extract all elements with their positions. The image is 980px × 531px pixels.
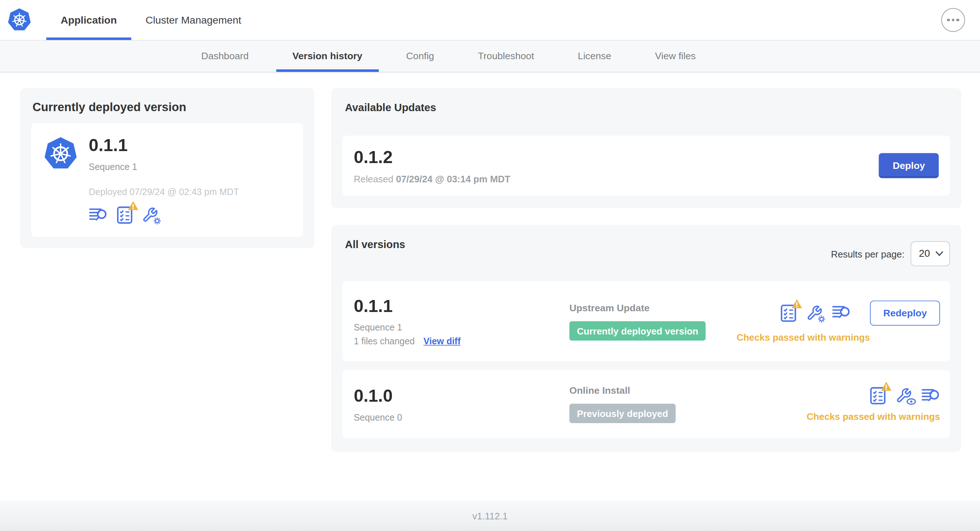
deployed-timestamp: Deployed 07/29/24 @ 02:43 pm MDT <box>89 187 239 197</box>
tab-troubleshoot[interactable]: Troubleshoot <box>462 41 550 72</box>
diff-icon[interactable] <box>832 304 851 321</box>
console-version: v1.112.1 <box>472 511 508 521</box>
status-badge: Previously deployed <box>570 404 676 423</box>
row-sequence: Sequence 0 <box>354 412 570 422</box>
view-config-icon[interactable] <box>896 388 912 404</box>
tab-license[interactable]: License <box>562 41 627 72</box>
row-version: 0.1.0 <box>354 386 570 406</box>
ellipsis-icon[interactable] <box>941 8 965 32</box>
row-version: 0.1.1 <box>354 296 570 316</box>
version-row: 0.1.1 Sequence 1 1 files changed View di… <box>342 281 950 361</box>
available-updates-title: Available Updates <box>345 102 950 114</box>
top-nav-tabs: Application Cluster Management <box>46 0 255 40</box>
version-source: Online Install <box>570 385 807 396</box>
preflight-status: Checks passed with warnings <box>807 411 940 422</box>
edit-config-icon[interactable] <box>142 207 158 223</box>
tab-cluster-management[interactable]: Cluster Management <box>131 0 256 40</box>
warning-triangle-icon <box>127 200 139 211</box>
available-update-card: 0.1.2 Released 07/29/24 @ 03:14 pm MDT D… <box>342 135 950 196</box>
currently-deployed-title: Currently deployed version <box>32 100 303 114</box>
edit-config-icon[interactable] <box>807 305 823 321</box>
top-nav-spacer <box>256 0 942 40</box>
deploy-button[interactable]: Deploy <box>879 153 939 178</box>
tab-application[interactable]: Application <box>46 0 131 40</box>
main-content: Currently deployed version <box>0 73 980 452</box>
status-badge: Currently deployed version <box>570 321 706 340</box>
all-versions-section: All versions Results per page: 20 <box>331 225 961 452</box>
gear-icon <box>153 217 161 225</box>
warning-triangle-icon <box>791 299 803 309</box>
page: Application Cluster Management Dashboard… <box>0 0 980 531</box>
kubernetes-app-icon <box>44 135 77 172</box>
diff-icon[interactable] <box>89 207 108 223</box>
chevron-down-icon <box>936 251 943 256</box>
footer: v1.112.1 <box>0 501 980 531</box>
warning-triangle-icon <box>880 382 892 391</box>
results-per-page-select[interactable]: 20 <box>911 241 950 266</box>
currently-deployed-card: 0.1.1 Sequence 1 Deployed 07/29/24 @ 02:… <box>31 123 303 237</box>
tab-version-history[interactable]: Version history <box>276 41 379 72</box>
version-source: Upstream Update <box>570 302 737 313</box>
tab-view-files[interactable]: View files <box>639 41 712 72</box>
tab-config[interactable]: Config <box>390 41 450 72</box>
redeploy-button[interactable]: Redeploy <box>870 300 940 326</box>
top-nav: Application Cluster Management <box>0 0 980 41</box>
tab-dashboard[interactable]: Dashboard <box>185 41 265 72</box>
sub-nav: Dashboard Version history Config Trouble… <box>0 41 980 73</box>
version-row: 0.1.0 Sequence 0 Online Install Previous… <box>342 370 950 439</box>
all-versions-title: All versions <box>345 238 406 251</box>
deployed-version: 0.1.1 <box>89 135 239 156</box>
available-updates-section: Available Updates 0.1.2 Released 07/29/2… <box>331 88 961 208</box>
files-changed: 1 files changed <box>354 336 415 347</box>
currently-deployed-section: Currently deployed version <box>20 88 314 248</box>
preflight-checks-warning-icon[interactable] <box>780 303 797 322</box>
diff-icon[interactable] <box>921 387 940 404</box>
results-per-page-label: Results per page: <box>831 248 904 259</box>
right-column: Available Updates 0.1.2 Released 07/29/2… <box>331 88 961 452</box>
update-version: 0.1.2 <box>354 147 879 167</box>
eye-icon <box>906 398 916 405</box>
preflight-checks-warning-icon[interactable] <box>116 205 133 224</box>
deployed-sequence: Sequence 1 <box>89 162 239 172</box>
gear-icon <box>818 315 826 323</box>
kubernetes-logo-icon <box>8 7 31 33</box>
row-sequence: Sequence 1 <box>354 323 570 333</box>
preflight-checks-warning-icon[interactable] <box>869 386 886 405</box>
preflight-status: Checks passed with warnings <box>737 332 870 342</box>
view-diff-link[interactable]: View diff <box>423 336 461 347</box>
update-released: Released 07/29/24 @ 03:14 pm MDT <box>354 173 879 184</box>
